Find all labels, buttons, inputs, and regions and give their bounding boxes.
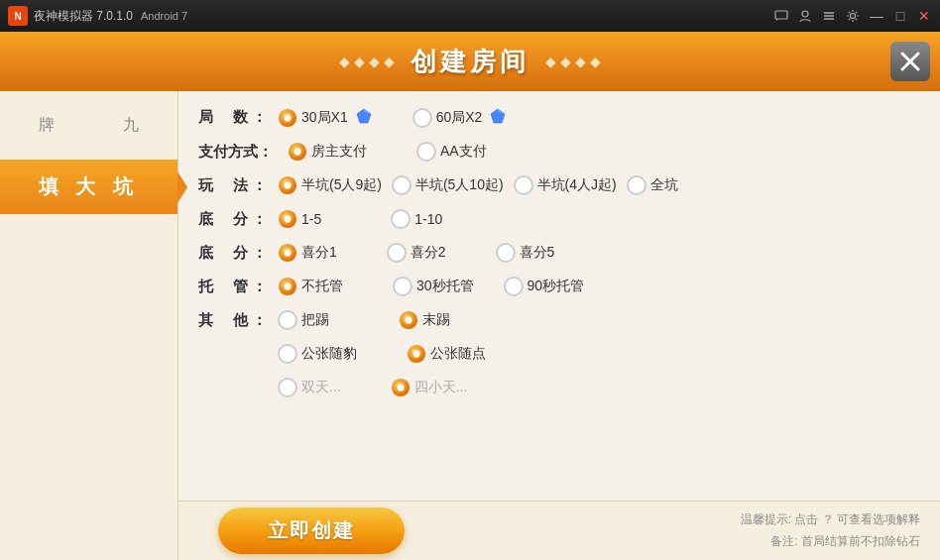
- label-partial-2: 四小天...: [414, 379, 468, 396]
- options-gameplay: 半坑(5人9起) 半坑(5人10起) 半坑(4人J起) 全坑: [278, 175, 678, 195]
- radio-partial-2[interactable]: [391, 378, 411, 397]
- app-name: 夜神模拟器 7.0.1.0: [34, 8, 133, 25]
- bottom-bar: 立即创建 温馨提示: 点击 ？ 可查看选项解释 备注: 首局结算前不扣除钻石: [178, 501, 940, 560]
- label-aa-pay: AA支付: [440, 143, 487, 161]
- header-close-button[interactable]: [890, 42, 930, 81]
- form-row-base-score: 底 分： 1-5 1-10: [198, 209, 920, 229]
- gem-icon-30x1: [355, 107, 373, 128]
- options-base-score: 1-5 1-10: [278, 209, 442, 229]
- sidebar-tab-jiu[interactable]: 九: [94, 111, 169, 140]
- radio-60x2[interactable]: [412, 108, 432, 128]
- radio-1-5[interactable]: [278, 209, 297, 229]
- label-kick: 把踢: [301, 311, 329, 329]
- option-host-pay[interactable]: 房主支付: [288, 142, 367, 162]
- option-1-10[interactable]: 1-10: [391, 209, 442, 229]
- label-no-trust: 不托管: [301, 278, 343, 295]
- option-trust-90[interactable]: 90秒托管: [504, 277, 585, 296]
- radio-1-10[interactable]: [391, 209, 411, 229]
- label-1-5: 1-5: [301, 211, 321, 227]
- option-half4j[interactable]: 半坑(4人J起): [514, 175, 617, 195]
- label-no-kick: 末踢: [422, 311, 450, 329]
- app-header: ◆ ◆ ◆ ◆ 创建房间 ◆ ◆ ◆ ◆: [0, 32, 940, 91]
- form-row-payment: 支付方式：: [198, 142, 920, 162]
- radio-happy1[interactable]: [278, 243, 297, 263]
- svg-point-27: [412, 350, 419, 357]
- sidebar-active-item[interactable]: 填 大 坑: [0, 160, 177, 214]
- option-happy5[interactable]: 喜分5: [496, 243, 555, 263]
- options-rounds: 30局X1 60局X2: [278, 107, 507, 128]
- option-half9[interactable]: 半坑(5人9起): [278, 175, 382, 195]
- form-row-public: 公张随豹 公张随点: [198, 344, 920, 364]
- sidebar-tab-pai[interactable]: 牌: [10, 111, 84, 140]
- option-kick[interactable]: 把踢: [278, 310, 329, 330]
- option-public-bao[interactable]: 公张随豹: [278, 344, 357, 364]
- content-area: 局 数：: [178, 91, 940, 560]
- svg-point-29: [397, 384, 404, 391]
- window-controls: — □ ✕: [773, 8, 932, 24]
- radio-partial-1[interactable]: [278, 378, 297, 397]
- sidebar-tab-bar: 牌 九: [0, 111, 177, 140]
- label-payment: 支付方式：: [198, 143, 288, 162]
- svg-point-17: [284, 181, 291, 188]
- user-icon[interactable]: [797, 8, 813, 24]
- header-deco-right: ◆ ◆ ◆ ◆: [545, 54, 601, 69]
- radio-half10[interactable]: [392, 175, 411, 195]
- header-deco-left: ◆ ◆ ◆ ◆: [339, 54, 395, 69]
- form-row-gameplay: 玩 法： 半坑(5人9起) 半坑(5人10起): [198, 175, 920, 195]
- option-happy2[interactable]: 喜分2: [387, 243, 446, 263]
- radio-public-dian[interactable]: [407, 344, 426, 364]
- svg-point-25: [405, 316, 411, 323]
- radio-half9[interactable]: [278, 175, 297, 195]
- message-icon[interactable]: [773, 8, 789, 24]
- radio-aa-pay[interactable]: [416, 142, 436, 162]
- radio-happy5[interactable]: [496, 243, 516, 263]
- option-aa-pay[interactable]: AA支付: [416, 142, 487, 162]
- option-no-kick[interactable]: 末踢: [399, 310, 450, 330]
- radio-host-pay[interactable]: [288, 142, 307, 162]
- svg-point-9: [284, 114, 291, 121]
- radio-trust-30[interactable]: [393, 277, 412, 296]
- label-happy1: 喜分1: [301, 244, 337, 262]
- maximize-icon[interactable]: □: [892, 8, 908, 24]
- option-full[interactable]: 全坑: [627, 175, 678, 195]
- options-other: 把踢 末踢: [278, 310, 450, 330]
- create-button[interactable]: 立即创建: [218, 507, 405, 554]
- option-no-trust[interactable]: 不托管: [278, 277, 343, 296]
- option-partial-2[interactable]: 四小天...: [391, 378, 468, 397]
- radio-no-trust[interactable]: [278, 277, 297, 296]
- menu-icon[interactable]: [821, 8, 837, 24]
- label-happy2: 喜分2: [411, 244, 446, 262]
- option-half10[interactable]: 半坑(5人10起): [392, 175, 504, 195]
- option-trust-30[interactable]: 30秒托管: [393, 277, 474, 296]
- option-public-dian[interactable]: 公张随点: [407, 344, 486, 364]
- tip-line1: 温馨提示: 点击 ？ 可查看选项解释: [741, 509, 920, 531]
- label-trust: 托 管：: [198, 278, 278, 296]
- option-1-5[interactable]: 1-5: [278, 209, 321, 229]
- option-60x2[interactable]: 60局X2: [412, 107, 508, 128]
- radio-kick[interactable]: [278, 310, 297, 330]
- label-trust-30: 30秒托管: [416, 278, 474, 295]
- radio-full[interactable]: [627, 175, 646, 195]
- label-half10: 半坑(5人10起): [415, 176, 504, 194]
- option-partial-1[interactable]: 双天...: [278, 378, 341, 397]
- label-happy5: 喜分5: [520, 244, 555, 262]
- label-other: 其 他：: [198, 311, 278, 330]
- settings-icon[interactable]: [845, 8, 861, 24]
- radio-trust-90[interactable]: [504, 277, 524, 296]
- window-close-icon[interactable]: ✕: [916, 8, 932, 24]
- radio-happy2[interactable]: [387, 243, 407, 263]
- minimize-icon[interactable]: —: [869, 8, 884, 24]
- option-30x1[interactable]: 30局X1: [278, 107, 373, 128]
- option-happy1[interactable]: 喜分1: [278, 243, 337, 263]
- label-partial-1: 双天...: [301, 379, 341, 396]
- svg-point-23: [284, 282, 291, 289]
- svg-point-5: [851, 14, 856, 19]
- label-host-pay: 房主支付: [311, 143, 367, 161]
- radio-half4j[interactable]: [514, 175, 533, 195]
- radio-public-bao[interactable]: [278, 344, 297, 364]
- radio-30x1[interactable]: [278, 108, 297, 128]
- form-row-partial: 双天... 四小天...: [198, 378, 920, 397]
- label-trust-90: 90秒托管: [528, 278, 585, 295]
- svg-point-19: [284, 215, 291, 222]
- radio-no-kick[interactable]: [399, 310, 418, 330]
